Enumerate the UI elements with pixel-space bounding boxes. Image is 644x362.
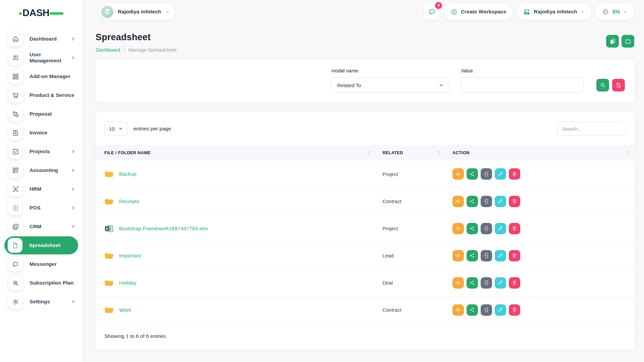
edit-button[interactable] [495,196,506,207]
dash-logo-icon: DASH [19,6,64,18]
delete-button[interactable] [509,304,520,316]
sidebar-item-label: User Management [30,52,71,64]
page-header-actions [606,35,634,48]
topbar-right: 0 Create Workspace Rajodiya infotech EN [424,4,634,20]
delete-button[interactable] [509,196,520,207]
create-file-button[interactable] [606,35,619,48]
file-name-link[interactable]: Receipts [119,198,139,204]
view-button[interactable] [452,277,464,289]
sidebar-item-add-on-manager[interactable]: Add-on Manager [0,67,82,86]
edit-button[interactable] [495,250,506,261]
sidebar-item-messenger[interactable]: Messenger [0,255,82,274]
filter-reset-button[interactable] [612,79,625,92]
column-header-related[interactable]: RELATED ▲▼ [376,145,446,161]
row-actions [446,223,634,234]
value-input[interactable] [461,77,584,93]
sidebar-item-subscription-plan[interactable]: $Subscription Plan [0,274,82,292]
edit-button[interactable] [495,168,506,180]
column-header-file-folder-name[interactable]: FILE / FOLDER NAME ▲▼ [96,145,376,161]
overlap-squares-icon [8,219,23,234]
sidebar-item-label: Projects [30,148,71,155]
sidebar-item-proposal[interactable]: Proposal [0,105,82,123]
share-nodes-icon [469,253,475,258]
sidebar-item-hrm[interactable]: HRM [0,180,82,198]
sidebar-item-label: CRM [30,224,71,230]
sidebar-item-accounting[interactable]: Accounting [0,161,82,180]
export-button[interactable] [481,250,492,261]
company-menu-button[interactable]: Rajodiya infotech [517,4,591,20]
entries-summary: Showing 1 to 6 of 6 entries [96,324,634,339]
dots-grid-icon [8,200,23,215]
language-menu-button[interactable]: EN [595,4,634,20]
sidebar-item-label: Proposal [30,111,75,117]
sidebar-item-label: POS [30,205,71,211]
sidebar-item-user-management[interactable]: User Management [0,48,82,67]
filter-search-button[interactable] [596,79,609,92]
related-value: Contract [376,198,446,204]
table-search-input[interactable] [557,122,624,136]
sidebar-item-label: Subscription Plan [30,280,75,286]
messages-button[interactable]: 0 [424,4,440,20]
export-button[interactable] [481,196,492,207]
model-name-select[interactable]: Related To [331,77,449,93]
sidebar-item-product-service[interactable]: Product & Service [0,86,82,105]
share-button[interactable] [467,168,478,180]
app-logo[interactable]: DASH [0,0,82,24]
sidebar-item-settings[interactable]: Settings [0,292,82,311]
create-folder-button[interactable] [622,35,634,48]
file-name-link[interactable]: Backup [119,171,137,177]
folder-icon [104,170,114,178]
file-export-icon [483,253,489,258]
sidebar-nav: DashboardUser ManagementAdd-on ManagerPr… [0,24,82,311]
delete-button[interactable] [509,250,520,261]
column-header-action[interactable]: ACTION ▲▼ [446,145,634,161]
share-button[interactable] [467,196,478,207]
workspace-selector[interactable]: Rajodiya infotech [99,4,175,20]
table-row: HolidayDeal [96,269,634,296]
related-value: Deal [376,280,446,286]
edit-button[interactable] [495,304,506,316]
export-button[interactable] [481,277,492,289]
file-name-link[interactable]: Bootstrap Framework1697447793.xlsx [119,226,208,232]
view-button[interactable] [452,196,464,207]
page-size-select[interactable]: 10 [104,122,128,136]
model-name-selected-value: Related To [337,82,361,88]
svg-text:DASH: DASH [22,7,49,18]
chevron-down-icon [118,126,123,131]
create-workspace-button[interactable]: Create Workspace [444,4,513,20]
export-button[interactable] [481,168,492,180]
pencil-icon [497,226,503,231]
chevron-down-icon [580,10,585,14]
file-name-link[interactable]: Work [119,307,131,313]
breadcrumb-current: Manage Spreadsheet [128,47,176,53]
users-icon [8,50,23,65]
file-icon [8,238,22,253]
breadcrumb-dashboard-link[interactable]: Dashboard [96,47,120,53]
delete-button[interactable] [509,277,520,289]
export-button[interactable] [481,223,492,234]
sidebar-item-pos[interactable]: POS [0,198,82,217]
view-button[interactable] [452,168,464,180]
share-button[interactable] [467,223,478,234]
share-nodes-icon [469,198,475,204]
sidebar-item-crm[interactable]: CRM [0,217,82,236]
share-button[interactable] [467,277,478,289]
breadcrumb-separator: › [123,47,125,52]
delete-button[interactable] [509,168,520,180]
sidebar-item-invoice[interactable]: Invoice [0,123,82,142]
sidebar-item-projects[interactable]: Projects [0,142,82,161]
view-button[interactable] [452,304,464,316]
view-button[interactable] [452,250,464,261]
share-button[interactable] [467,304,478,316]
share-button[interactable] [467,250,478,261]
sidebar-item-dashboard[interactable]: Dashboard [0,29,82,48]
view-button[interactable] [452,223,464,234]
sidebar-item-spreadsheet[interactable]: Spreadsheet [4,236,78,254]
export-button[interactable] [481,304,492,316]
delete-button[interactable] [509,223,520,234]
file-name-link[interactable]: Important [119,253,141,259]
edit-button[interactable] [495,277,506,289]
edit-button[interactable] [495,223,506,234]
file-name-link[interactable]: Holiday [119,280,137,286]
sort-icon: ▲▼ [368,150,370,156]
